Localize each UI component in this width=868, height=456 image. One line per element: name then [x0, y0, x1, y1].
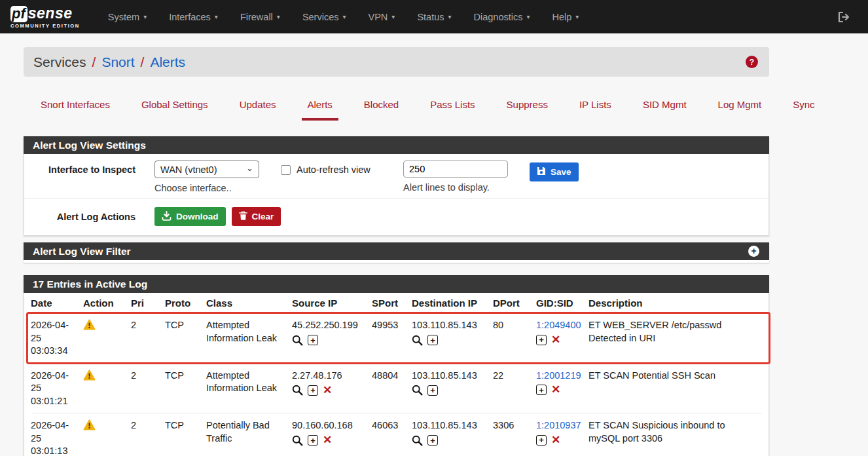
nav-item-interfaces[interactable]: Interfaces▾ — [158, 12, 229, 22]
column-header-date: Date — [31, 293, 83, 313]
alert-priority: 2 — [131, 364, 165, 413]
nav-item-system[interactable]: System▾ — [97, 12, 158, 22]
tab-global-settings[interactable]: Global Settings — [136, 95, 214, 121]
resolve-source-icon[interactable] — [292, 335, 303, 346]
tab-suppress[interactable]: Suppress — [501, 95, 554, 121]
resolve-destination-icon[interactable] — [412, 385, 423, 396]
tab-blocked[interactable]: Blocked — [358, 95, 405, 121]
interface-label: Interface to Inspect — [24, 161, 136, 175]
page-content: Services / Snort / Alerts ? Snort Interf… — [24, 47, 769, 456]
nav-item-label: Firewall — [240, 12, 273, 22]
tab-sync[interactable]: Sync — [787, 95, 820, 121]
gid-sid-actions: +✕ — [536, 335, 583, 345]
auto-refresh-checkbox[interactable] — [281, 165, 291, 175]
chevron-down-icon: ⌄ — [246, 163, 253, 173]
clear-button[interactable]: Clear — [232, 207, 281, 226]
alerts-table: DateActionPriProtoClassSource IPSPortDes… — [24, 293, 769, 456]
tab-sid-mgmt[interactable]: SID Mgmt — [637, 95, 693, 121]
source-ip-cell: 2.27.48.176+✕ — [292, 364, 372, 413]
nav-item-label: Services — [302, 12, 339, 22]
suppress-source-icon[interactable]: + — [308, 435, 318, 446]
breadcrumb-link-alerts[interactable]: Alerts — [150, 54, 185, 70]
source-port: 46063 — [372, 413, 412, 456]
alert-description: ET SCAN Potential SSH Scan — [588, 364, 762, 413]
download-button[interactable]: Download — [154, 207, 226, 226]
alert-action-cell — [83, 313, 131, 363]
alert-lines-group: Alert lines to display. — [403, 161, 508, 193]
remove-sid-icon[interactable]: ✕ — [551, 385, 560, 395]
help-icon[interactable]: ? — [746, 56, 758, 68]
alert-date-cell: 2026-04-2503:03:34 — [31, 313, 83, 363]
column-header-gid-sid: GID:SID — [536, 293, 588, 313]
alert-action-cell — [83, 364, 131, 413]
force-disable-sid-icon[interactable]: + — [536, 335, 547, 345]
suppress-destination-icon[interactable]: + — [427, 435, 438, 446]
logo-edition-text: COMMUNITY EDITION — [10, 23, 80, 29]
alert-class: Attempted Information Leak — [206, 364, 292, 413]
suppress-destination-icon[interactable]: + — [427, 385, 438, 396]
logo-sense-text: sense — [28, 5, 73, 22]
tab-snort-interfaces[interactable]: Snort Interfaces — [35, 95, 116, 121]
nav-item-diagnostics[interactable]: Diagnostics▾ — [463, 12, 541, 22]
alert-priority: 2 — [131, 313, 165, 363]
nav-item-vpn[interactable]: VPN▾ — [357, 12, 407, 22]
save-button[interactable]: Save — [530, 162, 579, 181]
column-header-destination-ip: Destination IP — [412, 293, 493, 313]
nav-item-status[interactable]: Status▾ — [406, 12, 462, 22]
filter-panel-header: Alert Log View Filter + — [24, 242, 769, 260]
resolve-source-icon[interactable] — [292, 385, 303, 396]
breadcrumb-link-snort[interactable]: Snort — [101, 54, 134, 70]
gid-sid-link[interactable]: 1:2049400 — [536, 320, 581, 330]
tab-log-mgmt[interactable]: Log Mgmt — [712, 95, 768, 121]
gid-sid-link[interactable]: 1:2010937 — [536, 420, 581, 430]
warning-icon[interactable] — [83, 370, 96, 381]
nav-item-label: VPN — [369, 12, 388, 22]
suppress-destination-icon[interactable]: + — [427, 335, 438, 345]
filter-panel-collapsed-body — [24, 260, 769, 263]
gid-sid-link[interactable]: 1:2001219 — [536, 370, 581, 381]
trash-icon — [239, 211, 247, 223]
warning-icon[interactable] — [83, 319, 96, 330]
destination-ip-cell: 103.110.85.143+ — [412, 413, 493, 456]
warning-icon[interactable] — [83, 419, 96, 430]
tab-alerts[interactable]: Alerts — [302, 95, 338, 121]
alert-lines-input[interactable] — [403, 161, 508, 178]
tab-pass-lists[interactable]: Pass Lists — [424, 95, 480, 121]
pfsense-logo[interactable]: pf sense COMMUNITY EDITION — [10, 5, 80, 29]
auto-refresh-group: Auto-refresh view — [281, 161, 386, 175]
nav-item-label: Diagnostics — [474, 12, 523, 22]
suppress-source-icon[interactable]: + — [308, 335, 318, 345]
resolve-source-icon[interactable] — [292, 435, 303, 446]
tab-bar: Snort InterfacesGlobal SettingsUpdatesAl… — [24, 95, 769, 121]
column-header-proto: Proto — [165, 293, 206, 313]
destination-ip-actions: + — [412, 385, 488, 396]
save-icon — [537, 166, 546, 178]
force-disable-sid-icon[interactable]: + — [536, 385, 547, 395]
tab-updates[interactable]: Updates — [234, 95, 282, 121]
remove-sid-icon[interactable]: ✕ — [551, 335, 560, 345]
gid-sid-cell: 1:2010937+✕ — [536, 413, 588, 456]
remove-source-suppress-icon[interactable]: ✕ — [323, 435, 332, 446]
remove-sid-icon[interactable]: ✕ — [551, 435, 560, 446]
caret-down-icon: ▾ — [143, 13, 147, 20]
source-ip: 2.27.48.176 — [292, 370, 367, 383]
gid-sid-cell: 1:2001219+✕ — [536, 364, 588, 413]
alert-time: 03:01:13 — [31, 445, 78, 456]
alert-log-actions-label: Alert Log Actions — [24, 207, 136, 222]
pfsense-logo-text: pf sense — [10, 5, 80, 22]
settings-panel-title: Alert Log View Settings — [33, 140, 146, 151]
resolve-destination-icon[interactable] — [412, 435, 423, 446]
logout-icon[interactable] — [837, 11, 851, 23]
nav-item-firewall[interactable]: Firewall▾ — [229, 12, 291, 22]
force-disable-sid-icon[interactable]: + — [536, 435, 547, 446]
interface-select[interactable]: WAN (vtnet0) ⌄ — [154, 161, 259, 178]
nav-item-services[interactable]: Services▾ — [291, 12, 357, 22]
remove-source-suppress-icon[interactable]: ✕ — [323, 385, 332, 396]
resolve-destination-icon[interactable] — [412, 335, 423, 346]
download-button-label: Download — [176, 212, 219, 221]
gid-sid-actions: +✕ — [536, 385, 583, 395]
expand-filter-icon[interactable]: + — [748, 246, 759, 257]
nav-item-help[interactable]: Help▾ — [541, 12, 590, 22]
tab-ip-lists[interactable]: IP Lists — [573, 95, 617, 121]
suppress-source-icon[interactable]: + — [308, 385, 318, 396]
